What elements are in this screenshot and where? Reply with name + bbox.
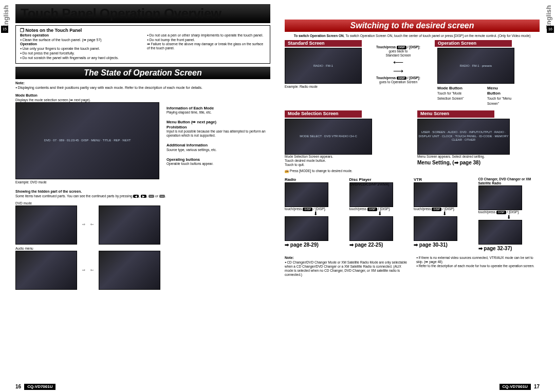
mode-button-h: Mode Button [15, 94, 159, 98]
goes-fwd: goes to Operation Screen [362, 80, 434, 84]
msel-b3: Touch to quit. [285, 163, 407, 167]
msel-note: Press [MODE] to change to desired mode. [290, 169, 353, 173]
goes-back-1: goes back to [362, 49, 434, 53]
arrow-left-icon: ⇦ [90, 222, 94, 227]
addl-b: Source type, various settings, etc. [166, 148, 270, 152]
chg-h: CD Changer, DVD Changer or XM Satellite … [478, 177, 540, 185]
example-dvd-cap: Example: DVD mode [15, 180, 159, 184]
switching-heading: Switching to the desired screen [285, 20, 540, 32]
screenshot-dvd-main: DVD · 07 · 089 · 01:23:45 · DISP · MENU … [15, 102, 159, 179]
pg-radio: ➡ page 28-29) [285, 242, 346, 249]
info-b: Playing elapsed time, title, etc. [166, 110, 270, 115]
menu-btn-h2: Menu Button [487, 86, 501, 96]
arrow-down-icon-2: ⬇ [349, 212, 411, 216]
audio-menu-lbl: Audio menu [15, 247, 270, 251]
switch-intro: To switch Operation Screen ON, To switch… [285, 34, 540, 38]
operation-h: Operation [20, 42, 139, 47]
edge-tab-right: 16 [547, 26, 554, 33]
proh-h: Prohibition [166, 125, 270, 129]
ss-radio-1 [285, 182, 328, 207]
main-title: Touch Panel Operation Overview [21, 6, 221, 21]
note2-h: Note: [285, 256, 408, 260]
standard-screen-h: Standard Screen [285, 40, 362, 47]
page-num-right: 17 [534, 384, 540, 390]
ss-vtr-1 [414, 182, 457, 207]
ss-chg-2 [478, 220, 522, 245]
op-b1: Use only your fingers to operate the tou… [20, 47, 139, 51]
op-b2: Do not press the panel forcefully. [20, 51, 139, 56]
screenshot-audio-2 [99, 251, 160, 290]
opbtn-h: Operating buttons [166, 157, 270, 162]
hidden-h: Showing the hidden part of the screen. [15, 190, 270, 194]
screenshot-menu: USER · SCREEN · AUDIO · DVD · INPUT/OUTP… [417, 119, 510, 155]
vtr-h: VTR [414, 177, 475, 182]
edge-tab-left: 15 [1, 26, 8, 33]
model-left: CQ-VD7001U [24, 384, 55, 390]
screenshot-operation: RADIO · FM-1 · presets [437, 48, 514, 84]
menu-scr-h: Menu Screen [417, 110, 494, 117]
opbtn-b: Operable touch buttons appear. [166, 162, 270, 166]
goes-back-2: Standard Screen [362, 53, 434, 58]
menu-b: Menu Screen appears. Select desired sett… [417, 155, 540, 159]
pg-chg: ➡ page 32-37) [478, 246, 540, 252]
disc-sub: (DVD/VCD/CD/MP3/WMA) [349, 182, 411, 186]
arrow-down-icon: ⬇ [285, 212, 346, 216]
operation-screen-h: Operation Screen [435, 40, 512, 47]
ss-disc-2 [349, 216, 393, 241]
screenshot-dvd-menu-1 [15, 206, 77, 245]
menu-h: Menu Button (➡ next page) [166, 120, 270, 124]
page-left: English 15 Touch Panel Operation Overvie… [0, 0, 278, 392]
mode-btn-b2: Touch for "Mode Selection Screen" [437, 91, 464, 100]
disc-h: Disc Player [349, 177, 411, 182]
arrow-left-icon-2: ⇦ [90, 268, 94, 273]
op-b3: Do not scratch the panel with fingernail… [20, 56, 139, 61]
pg-vtr: ➡ page 30-31) [414, 242, 475, 249]
page-num-left: 16 [15, 384, 21, 390]
ss-radio-2 [285, 216, 328, 241]
menu-setting: Menu Setting, (➡ page 38) [417, 160, 540, 166]
info-h: Information of Each Mode [166, 106, 270, 110]
ss-vtr-2 [414, 216, 457, 241]
std-cap: Example: Radio mode [285, 85, 359, 89]
op-r3: Failure to observe the above may damage … [147, 42, 263, 50]
proh-b: Input is not possible because the user h… [166, 129, 270, 138]
before-op-1: Clean the surface of the touch panel. (➡… [20, 38, 139, 43]
before-op-h: Before operation [20, 33, 139, 38]
note-body: Displaying contents and their positions … [15, 86, 270, 90]
notes-heading: ❒ Notes on the Touch Panel [20, 28, 266, 33]
model-right: CQ-VD7001U [499, 384, 531, 390]
main-title-banner: Touch Panel Operation Overview [15, 4, 270, 23]
arrow-down-icon-3: ⬇ [414, 212, 475, 216]
page-right: English 16 Switching to the desired scre… [278, 0, 555, 392]
op-r2: Do not bump the front panel. [147, 38, 266, 43]
screenshot-audio-1 [15, 251, 77, 290]
footer-left: 16 CQ-VD7001U [15, 384, 55, 390]
note2-r2: Refer to the description of each mode fo… [416, 264, 540, 268]
mode-button-b: Displays the mode selection screen (➡ ne… [15, 98, 159, 102]
dvd-mode-lbl: DVD mode [15, 201, 270, 206]
pg-disc: ➡ page 22-25) [349, 242, 411, 249]
ss-chg-1 [478, 185, 522, 210]
menu-btn-b2: Touch for "Menu Screen" [487, 97, 511, 105]
op-r1: Do not use a pen or other sharp implemen… [147, 33, 266, 38]
msel-b1: Mode Selection Screen appears. [285, 155, 407, 159]
radio-h: Radio [285, 177, 346, 182]
screenshot-dvd-menu-2 [99, 206, 160, 245]
mode-sel-h: Mode Selection Screen [285, 110, 362, 117]
arrow-down-icon-4: ⬇ [478, 215, 540, 219]
state-heading: The State of Operation Screen [15, 67, 270, 79]
screenshot-standard: RADIO · FM-1 [285, 48, 362, 84]
hidden-body: Some items have continued parts. You can… [15, 194, 270, 198]
arrow-right-icon-2: ⇨ [82, 268, 85, 273]
footer-right: CQ-VD7001U 17 [499, 384, 540, 390]
msel-b2: Touch desired mode button. [285, 159, 407, 163]
note-label: Note: [15, 81, 270, 86]
note2-l1: CD Changer/DVD Changer Mode or XM Satell… [285, 260, 408, 277]
mode-btn-h2: Mode Button [437, 86, 462, 90]
notes-box: ❒ Notes on the Touch Panel Before operat… [15, 25, 270, 64]
screenshot-mode-select: MODE SELECT · DVD VTR RADIO CH-C [285, 119, 372, 155]
note2-r1: If there is no external video sources co… [416, 256, 540, 264]
arrow-right-icon: ⇨ [82, 222, 85, 227]
addl-h: Additional Information [166, 143, 270, 147]
